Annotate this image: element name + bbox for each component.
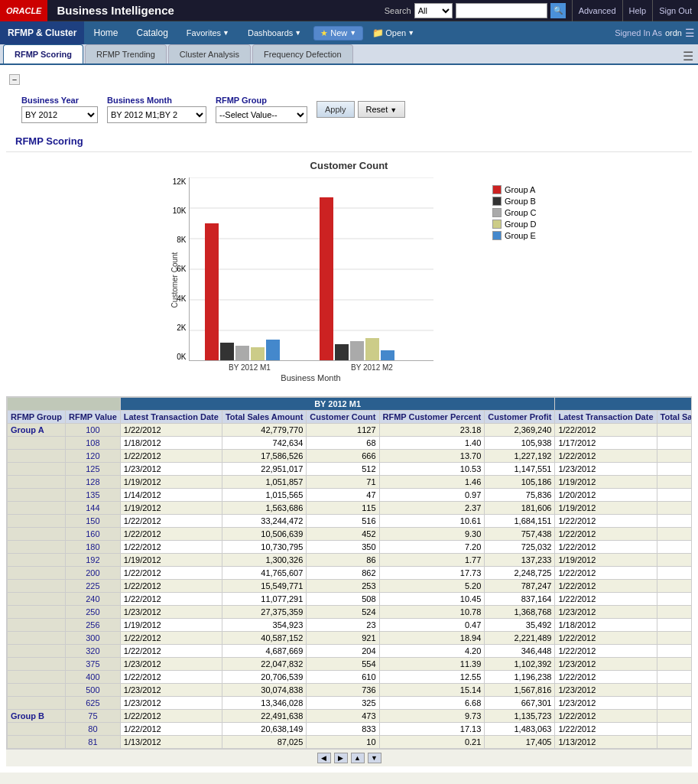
business-year-select[interactable]: BY 2012: [21, 106, 98, 123]
td-s1: 22,491,638: [222, 710, 306, 723]
td-d2: 1/22/2012: [555, 515, 657, 528]
chart-svg: [189, 177, 433, 361]
td-c1: 736: [307, 684, 379, 697]
td-d1: 1/22/2012: [120, 723, 222, 736]
table-row: 2251/22/201215,549,7712535.20787,2471/22…: [8, 580, 693, 593]
td-pr1: 17,405: [485, 736, 555, 749]
scroll-next-button[interactable]: ▶: [334, 753, 348, 763]
td-pr1: 1,147,551: [485, 463, 555, 476]
yaxis-2k: 2K: [177, 324, 186, 332]
signout-link[interactable]: Sign Out: [652, 0, 698, 21]
legend-label-c: Group C: [505, 208, 537, 217]
business-year-label: Business Year: [21, 96, 98, 105]
new-button[interactable]: ★ New ▼: [313, 26, 363, 41]
tab-cluster-analysis[interactable]: Cluster Analysis: [168, 44, 251, 63]
bar-m1-c: [235, 346, 249, 361]
td-p1: 18.94: [379, 632, 485, 645]
td-c1: 516: [307, 515, 379, 528]
td-c1: 204: [307, 645, 379, 658]
td-pr1: 1,196,238: [485, 671, 555, 684]
td-p1: 10.53: [379, 463, 485, 476]
new-arrow: ▼: [349, 29, 356, 37]
td-group: [8, 671, 66, 684]
td-group: [8, 489, 66, 502]
td-s2: 1,147,390: [657, 554, 692, 567]
table-row: 1601/22/201210,506,6394529.30757,4381/22…: [8, 528, 693, 541]
tab-rfmp-scoring[interactable]: RFMP Scoring: [3, 44, 83, 63]
scroll-indicator: ◀ ▶ ▲ ▼: [6, 750, 692, 766]
table-row: 2501/23/201227,375,35952410.781,368,7681…: [8, 606, 693, 619]
td-d1: 1/22/2012: [120, 528, 222, 541]
open-link[interactable]: 📁 Open ▼: [363, 21, 424, 44]
td-p1: 6.68: [379, 697, 485, 710]
scroll-down-button[interactable]: ▼: [368, 753, 381, 763]
favorites-link[interactable]: Favorites ▼: [177, 21, 239, 44]
scroll-up-button[interactable]: ▲: [351, 753, 365, 763]
td-p1: 15.14: [379, 684, 485, 697]
td-pr1: 2,248,725: [485, 567, 555, 580]
td-c1: 23: [307, 619, 379, 632]
td-c1: 508: [307, 593, 379, 606]
home-link[interactable]: Home: [84, 21, 127, 44]
search-button[interactable]: 🔍: [550, 3, 566, 18]
td-s1: 42,779,770: [222, 424, 306, 437]
legend-color-c: [492, 208, 502, 217]
section-toggle[interactable]: −: [9, 74, 20, 85]
td-d2: 1/22/2012: [555, 567, 657, 580]
td-d1: 1/23/2012: [120, 658, 222, 671]
scroll-prev-button[interactable]: ◀: [317, 753, 331, 763]
dashboards-link[interactable]: Dashboards ▼: [239, 21, 310, 44]
legend-label-b: Group B: [505, 197, 536, 206]
nav-links: Home Catalog Favorites ▼ Dashboards ▼ ★ …: [84, 21, 615, 44]
td-group: [8, 554, 66, 567]
advanced-link[interactable]: Advanced: [572, 0, 622, 21]
chart-yaxis-area: Customer Count 12K 10K 8K 6K 4K 2K 0K: [162, 177, 189, 382]
td-p1: 5.20: [379, 580, 485, 593]
td-s1: 20,638,149: [222, 723, 306, 736]
search-area: Search All 🔍: [385, 3, 566, 18]
search-scope-select[interactable]: All: [414, 3, 453, 18]
td-d1: 1/19/2012: [120, 476, 222, 489]
td-pr1: 1,567,816: [485, 684, 555, 697]
tab-menu-icon[interactable]: ☰: [683, 49, 693, 63]
td-s2: 33,095,352: [657, 710, 692, 723]
yaxis-10k: 10K: [173, 207, 187, 215]
bar-m1-b: [220, 343, 234, 361]
business-month-select[interactable]: BY 2012 M1;BY 2: [107, 106, 206, 123]
td-s2: 17,242,898: [657, 580, 692, 593]
chart-xlabel: Business Month: [189, 373, 433, 382]
rfmp-group-select[interactable]: --Select Value--: [216, 106, 307, 123]
td-s1: 742,634: [222, 437, 306, 450]
td-s2: 477,271: [657, 437, 692, 450]
table-row: 1801/22/201210,730,7953507.20725,0321/22…: [8, 541, 693, 554]
td-group: [8, 632, 66, 645]
legend-color-b: [492, 197, 502, 206]
bar-m1-a: [205, 223, 219, 361]
td-p1: 13.70: [379, 450, 485, 463]
filter-bar: Business Year BY 2012 Business Month BY …: [6, 88, 692, 131]
td-group: [8, 697, 66, 710]
nav-menu-icon[interactable]: ☰: [685, 27, 695, 39]
td-d1: 1/22/2012: [120, 515, 222, 528]
period2-header: BY 2012 M2: [555, 398, 692, 411]
reset-button[interactable]: Reset ▼: [358, 101, 406, 118]
td-s2: 27,760,250: [657, 606, 692, 619]
td-s1: 22,047,832: [222, 658, 306, 671]
help-link[interactable]: Help: [622, 0, 653, 21]
td-s2: 39,111,354: [657, 632, 692, 645]
catalog-link[interactable]: Catalog: [127, 21, 177, 44]
td-p1: 9.73: [379, 710, 485, 723]
tab-rfmp-trending[interactable]: RFMP Trending: [85, 44, 167, 63]
chart-wrapper: Customer Count Customer Count 12K 10K 8K…: [162, 160, 537, 382]
td-s2: 63,603,350: [657, 424, 692, 437]
chart-title: Customer Count: [162, 160, 537, 171]
td-p1: 10.45: [379, 593, 485, 606]
td-s1: 20,706,539: [222, 671, 306, 684]
apply-button[interactable]: Apply: [317, 101, 355, 118]
search-input[interactable]: [456, 3, 547, 18]
td-s1: 22,951,017: [222, 463, 306, 476]
tab-frequency-defection[interactable]: Frequency Defection: [252, 44, 353, 63]
chart-container: Customer Count Customer Count 12K 10K 8K…: [6, 152, 692, 390]
td-p1: 2.37: [379, 502, 485, 515]
top-bar: ORACLE Business Intelligence Search All …: [0, 0, 698, 21]
